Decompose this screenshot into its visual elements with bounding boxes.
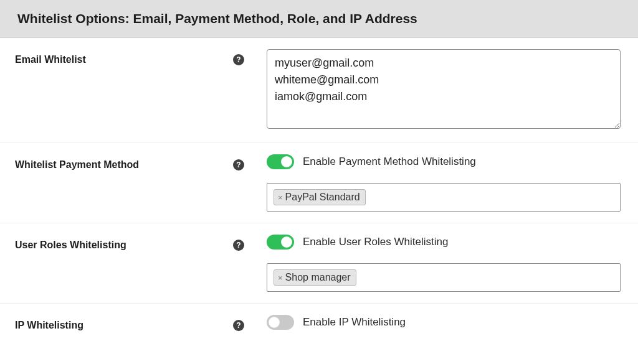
- payment-chip: × PayPal Standard: [274, 189, 366, 205]
- toggle-row: Enable User Roles Whitelisting: [267, 235, 621, 250]
- toggle-knob: [269, 317, 280, 328]
- help-icon[interactable]: ?: [233, 320, 244, 331]
- control-column: [239, 49, 621, 131]
- payment-toggle-label: Enable Payment Method Whitelisting: [303, 156, 476, 168]
- label-column: Email Whitelist ?: [15, 49, 239, 65]
- chip-label: Shop manager: [285, 272, 351, 283]
- role-chip: × Shop manager: [274, 269, 356, 286]
- section-ip-whitelist: IP Whitelisting ? Enable IP Whitelisting: [0, 304, 638, 346]
- control-column: Enable IP Whitelisting: [239, 315, 621, 330]
- user-roles-toggle[interactable]: [267, 235, 294, 250]
- ip-toggle-label: Enable IP Whitelisting: [303, 316, 406, 329]
- label-column: User Roles Whitelisting ?: [15, 235, 239, 251]
- label-column: Whitelist Payment Method ?: [15, 154, 239, 170]
- section-payment-method: Whitelist Payment Method ? Enable Paymen…: [0, 143, 638, 223]
- help-icon[interactable]: ?: [233, 240, 244, 251]
- toggle-knob: [281, 236, 292, 248]
- settings-header: Whitelist Options: Email, Payment Method…: [0, 0, 638, 38]
- payment-whitelist-toggle[interactable]: [267, 154, 294, 169]
- user-roles-label: User Roles Whitelisting: [15, 240, 126, 251]
- help-icon[interactable]: ?: [233, 54, 244, 65]
- ip-whitelist-label: IP Whitelisting: [15, 320, 83, 331]
- user-roles-multiselect[interactable]: × Shop manager: [267, 263, 621, 292]
- email-whitelist-textarea[interactable]: [267, 49, 621, 129]
- section-email-whitelist: Email Whitelist ?: [0, 38, 638, 143]
- payment-method-multiselect[interactable]: × PayPal Standard: [267, 183, 621, 212]
- ip-whitelist-toggle[interactable]: [267, 315, 294, 330]
- chip-remove-icon[interactable]: ×: [277, 273, 284, 282]
- control-column: Enable Payment Method Whitelisting × Pay…: [239, 154, 621, 212]
- page-title: Whitelist Options: Email, Payment Method…: [17, 11, 621, 26]
- toggle-row: Enable IP Whitelisting: [267, 315, 621, 330]
- toggle-row: Enable Payment Method Whitelisting: [267, 154, 621, 169]
- email-whitelist-label: Email Whitelist: [15, 54, 86, 65]
- chip-remove-icon[interactable]: ×: [277, 193, 284, 202]
- label-column: IP Whitelisting ?: [15, 315, 239, 331]
- chip-label: PayPal Standard: [285, 192, 360, 203]
- payment-method-label: Whitelist Payment Method: [15, 159, 139, 170]
- toggle-knob: [281, 156, 292, 167]
- section-user-roles: User Roles Whitelisting ? Enable User Ro…: [0, 223, 638, 304]
- control-column: Enable User Roles Whitelisting × Shop ma…: [239, 235, 621, 292]
- help-icon[interactable]: ?: [233, 159, 244, 170]
- user-roles-toggle-label: Enable User Roles Whitelisting: [303, 236, 448, 248]
